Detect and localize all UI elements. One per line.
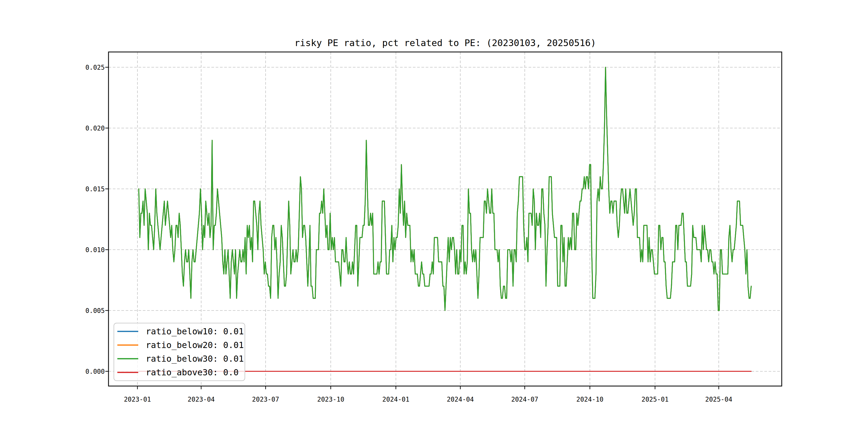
x-tick-label: 2024-07	[511, 396, 538, 403]
y-tick-label: 0.015	[86, 185, 105, 193]
x-tick-label: 2024-04	[447, 396, 474, 403]
line-chart: 2023-012023-042023-072023-102024-012024-…	[0, 0, 868, 434]
x-tick-label: 2023-07	[252, 396, 279, 403]
chart-title: risky PE ratio, pct related to PE: (2023…	[294, 37, 596, 48]
y-tick-label: 0.020	[86, 125, 105, 132]
legend-label: ratio_below30: 0.01	[146, 353, 244, 364]
x-tick-label: 2023-01	[124, 396, 151, 403]
x-tick-label: 2025-01	[641, 396, 669, 403]
y-tick-label: 0.005	[86, 307, 105, 314]
x-tick-label: 2024-10	[576, 396, 603, 403]
y-tick-label: 0.025	[86, 64, 105, 71]
x-tick-label: 2024-01	[382, 396, 409, 403]
legend-label: ratio_above30: 0.0	[146, 367, 239, 377]
x-tick-label: 2023-04	[188, 396, 215, 403]
y-tick-label: 0.000	[86, 368, 105, 375]
legend: ratio_below10: 0.01ratio_below20: 0.01ra…	[114, 323, 245, 381]
x-tick-label: 2025-04	[705, 396, 732, 403]
x-tick-label: 2023-10	[317, 396, 344, 403]
y-tick-label: 0.010	[86, 246, 105, 254]
legend-label: ratio_below20: 0.01	[146, 340, 244, 350]
legend-label: ratio_below10: 0.01	[146, 326, 244, 337]
figure-canvas: 2023-012023-042023-072023-102024-012024-…	[0, 0, 868, 434]
